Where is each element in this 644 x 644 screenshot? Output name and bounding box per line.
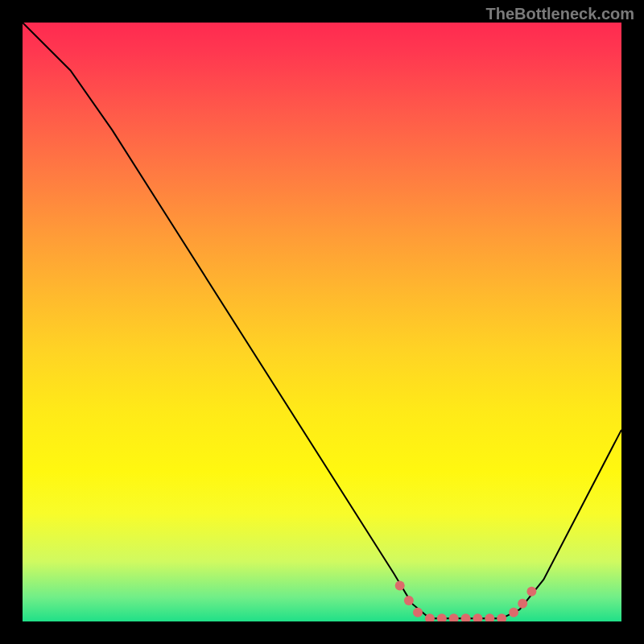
highlight-marker [509,608,518,617]
highlight-marker [395,580,405,590]
bottleneck-curve-line [23,23,621,618]
highlight-marker [526,587,536,597]
highlight-marker [473,613,482,621]
highlight-markers-group [395,580,537,621]
highlight-marker [437,613,447,621]
chart-svg [23,23,621,621]
highlight-marker [518,599,527,609]
highlight-marker [449,613,459,621]
chart-area [23,23,621,621]
highlight-marker [497,613,506,621]
watermark-text: TheBottleneck.com [486,5,634,23]
highlight-marker [485,613,494,621]
highlight-marker [413,608,423,617]
highlight-marker [404,596,414,605]
highlight-marker [461,613,471,621]
